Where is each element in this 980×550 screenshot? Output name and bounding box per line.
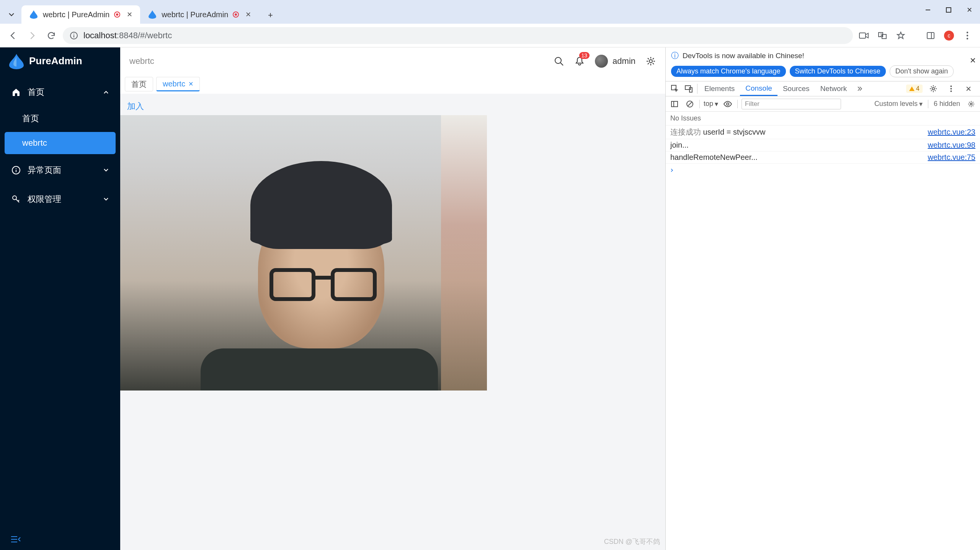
clear-console-icon[interactable]	[684, 98, 696, 110]
console-sidebar-toggle-icon[interactable]	[669, 98, 680, 110]
panel-tab-network[interactable]: Network	[815, 81, 853, 96]
chevron-down-icon	[103, 168, 109, 173]
tab-label: 首页	[131, 79, 147, 89]
page-tabs-bar: 首页 webrtc ✕	[120, 75, 665, 94]
recording-indicator-icon	[114, 11, 120, 18]
url-input[interactable]: localhost:8848/#/webrtc	[63, 27, 853, 44]
window-maximize-button[interactable]	[942, 3, 956, 17]
svg-point-24	[932, 88, 934, 90]
watermark: CSDN @飞哥不鸽	[604, 537, 660, 546]
inspect-element-icon[interactable]	[668, 81, 682, 96]
console-log-list: 连接成功 userId = stvjscvvw webrtc.vue:23 jo…	[666, 125, 980, 176]
log-levels-select[interactable]: Custom levels ▾	[874, 100, 923, 108]
panel-tab-elements[interactable]: Elements	[699, 81, 740, 96]
user-menu[interactable]: admin	[595, 55, 635, 68]
svg-point-12	[967, 34, 968, 36]
sidebar-subitem-webrtc[interactable]: webrtc	[5, 132, 116, 154]
home-icon	[11, 88, 21, 97]
sidebar-item-label: webrtc	[22, 138, 47, 148]
app-title: PureAdmin	[29, 55, 82, 67]
recording-indicator-icon	[233, 11, 239, 18]
browser-tab-0[interactable]: webrtc | PureAdmin ✕	[21, 5, 140, 24]
chip-dont-show[interactable]: Don't show again	[890, 65, 954, 77]
app-header: webrtc 13 admin	[120, 47, 665, 75]
main-content: 加入 CSDN @飞哥不鸽	[120, 94, 665, 550]
browser-tab-title: webrtc | PureAdmin	[162, 10, 228, 19]
nav-back-button[interactable]	[5, 28, 21, 43]
warnings-badge[interactable]: 4	[906, 85, 923, 93]
notification-bell-icon[interactable]: 13	[574, 56, 585, 67]
profile-button[interactable]: c	[942, 28, 956, 43]
local-video-stream	[120, 115, 487, 391]
svg-rect-1	[946, 8, 951, 12]
browser-tab-title: webrtc | PureAdmin	[43, 10, 109, 19]
sidebar-subitem-home[interactable]: 首页	[0, 107, 120, 130]
chip-switch-language[interactable]: Switch DevTools to Chinese	[790, 66, 886, 77]
panel-tab-sources[interactable]: Sources	[777, 81, 815, 96]
sidebar-item-permissions[interactable]: 权限管理	[0, 185, 120, 214]
panel-tabs-more-icon[interactable]	[852, 81, 866, 96]
log-source-link[interactable]: webrtc.vue:75	[928, 153, 975, 162]
breadcrumb: webrtc	[129, 56, 154, 66]
console-prompt[interactable]: ›	[666, 164, 980, 176]
devtools-menu-icon[interactable]	[944, 85, 958, 92]
side-panel-icon[interactable]	[923, 28, 938, 43]
log-source-link[interactable]: webrtc.vue:23	[928, 128, 975, 137]
sidebar: PureAdmin 首页 首页 webrtc	[0, 47, 120, 550]
svg-line-31	[688, 102, 692, 106]
tab-search-dropdown[interactable]	[5, 8, 18, 21]
tab-webrtc[interactable]: webrtc ✕	[156, 77, 200, 91]
tab-close-button[interactable]: ✕	[125, 10, 134, 19]
tab-close-button[interactable]: ✕	[243, 10, 253, 19]
log-source-link[interactable]: webrtc.vue:98	[928, 141, 975, 150]
url-text: localhost:8848/#/webrtc	[83, 31, 172, 41]
svg-point-13	[967, 37, 968, 39]
search-icon[interactable]	[554, 56, 564, 67]
translate-icon[interactable]: 文	[875, 28, 890, 43]
chevron-down-icon	[103, 197, 109, 202]
sidebar-item-label: 首页	[28, 86, 44, 98]
svg-point-33	[970, 103, 972, 105]
execution-context-select[interactable]: top ▾	[704, 100, 718, 108]
sidebar-item-label: 权限管理	[28, 194, 61, 205]
join-button[interactable]: 加入	[120, 98, 151, 115]
new-tab-button[interactable]: +	[263, 8, 277, 22]
app-logo[interactable]: PureAdmin	[0, 47, 120, 75]
devtools-settings-icon[interactable]	[926, 85, 940, 93]
device-toggle-icon[interactable]	[682, 81, 696, 96]
console-settings-icon[interactable]	[965, 98, 977, 110]
notification-badge: 13	[579, 52, 590, 59]
browser-menu-button[interactable]	[960, 28, 975, 43]
svg-point-11	[967, 31, 968, 33]
favicon-drop-icon	[29, 10, 38, 19]
collapse-sidebar-icon[interactable]	[11, 535, 21, 543]
nav-forward-button[interactable]	[24, 28, 40, 43]
sidebar-item-error-pages[interactable]: 异常页面	[0, 156, 120, 185]
console-filter-input[interactable]: Filter	[742, 99, 841, 109]
info-circle-icon: ⓘ	[671, 50, 679, 61]
tab-home[interactable]: 首页	[125, 77, 153, 91]
hidden-count: 6 hidden	[934, 100, 960, 108]
browser-tab-1[interactable]: webrtc | PureAdmin ✕	[140, 5, 259, 24]
chevron-up-icon	[103, 89, 109, 95]
settings-gear-icon[interactable]	[645, 56, 656, 67]
svg-rect-9	[927, 33, 934, 39]
panel-tab-console[interactable]: Console	[740, 81, 777, 96]
devtools-info-text: DevTools is now available in Chinese!	[683, 52, 804, 60]
live-expression-eye-icon[interactable]	[722, 98, 733, 110]
sidebar-item-home[interactable]: 首页	[0, 78, 120, 107]
window-close-button[interactable]: ✕	[962, 3, 976, 17]
svg-point-32	[727, 103, 729, 105]
site-info-icon[interactable]	[70, 31, 78, 40]
tab-close-icon[interactable]: ✕	[188, 80, 193, 88]
devtools-close-button[interactable]: ✕	[962, 85, 975, 93]
chip-always-match[interactable]: Always match Chrome's language	[671, 66, 786, 77]
bookmark-star-icon[interactable]	[893, 28, 908, 43]
svg-point-27	[950, 91, 952, 92]
info-close-button[interactable]: ✕	[970, 56, 976, 65]
camera-indicator-icon[interactable]	[857, 28, 871, 43]
issues-bar[interactable]: No Issues	[666, 112, 980, 125]
nav-reload-button[interactable]	[44, 28, 59, 43]
window-minimize-button[interactable]	[921, 3, 935, 17]
svg-rect-28	[671, 101, 678, 107]
